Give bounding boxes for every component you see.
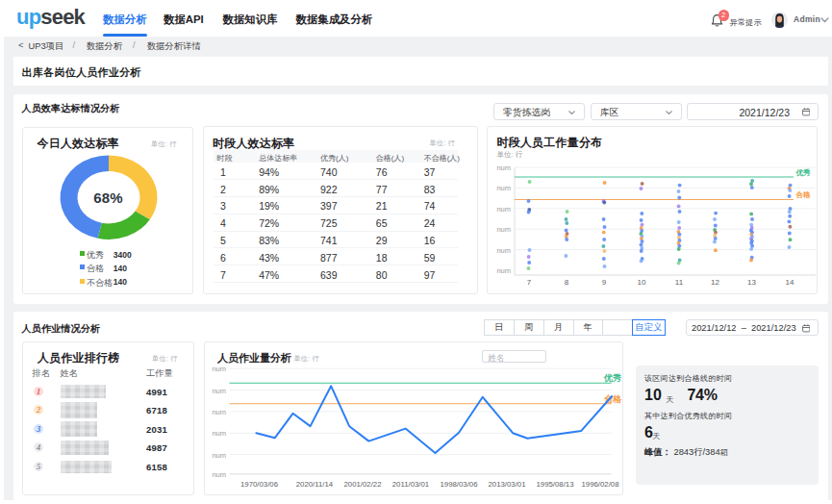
svg-text:num: num [496, 205, 511, 214]
svg-text:num: num [212, 450, 226, 459]
svg-text:2020/11/14: 2020/11/14 [295, 479, 333, 488]
svg-text:1995/08/13: 1995/08/13 [536, 479, 573, 488]
svg-text:11: 11 [675, 278, 684, 287]
svg-text:10: 10 [638, 278, 646, 287]
svg-text:1970/03/06: 1970/03/06 [240, 479, 277, 488]
svg-text:num: num [496, 225, 511, 234]
svg-text:num: num [212, 407, 226, 416]
svg-text:num: num [496, 266, 511, 275]
svg-text:2013/03/01: 2013/03/01 [488, 479, 525, 488]
svg-text:优秀: 优秀 [795, 168, 812, 177]
svg-text:num: num [496, 164, 511, 172]
svg-text:13: 13 [747, 278, 756, 287]
svg-text:num: num [212, 429, 226, 438]
svg-text:num: num [212, 365, 226, 373]
svg-text:1998/03/06: 1998/03/06 [440, 479, 477, 488]
svg-text:num: num [212, 469, 226, 478]
svg-text:2001/02/22: 2001/02/22 [343, 479, 381, 488]
svg-text:num: num [496, 184, 511, 192]
svg-text:14: 14 [786, 278, 794, 287]
svg-text:12: 12 [711, 278, 719, 287]
svg-text:7: 7 [527, 278, 532, 287]
svg-text:num: num [212, 386, 226, 394]
svg-text:优秀: 优秀 [603, 373, 621, 383]
svg-text:2011/03/01: 2011/03/01 [391, 479, 428, 488]
svg-text:9: 9 [602, 278, 607, 287]
svg-text:1996/02/08: 1996/02/08 [581, 479, 618, 488]
svg-text:8: 8 [565, 278, 569, 287]
svg-text:num: num [496, 246, 511, 255]
svg-text:合格: 合格 [795, 190, 812, 199]
